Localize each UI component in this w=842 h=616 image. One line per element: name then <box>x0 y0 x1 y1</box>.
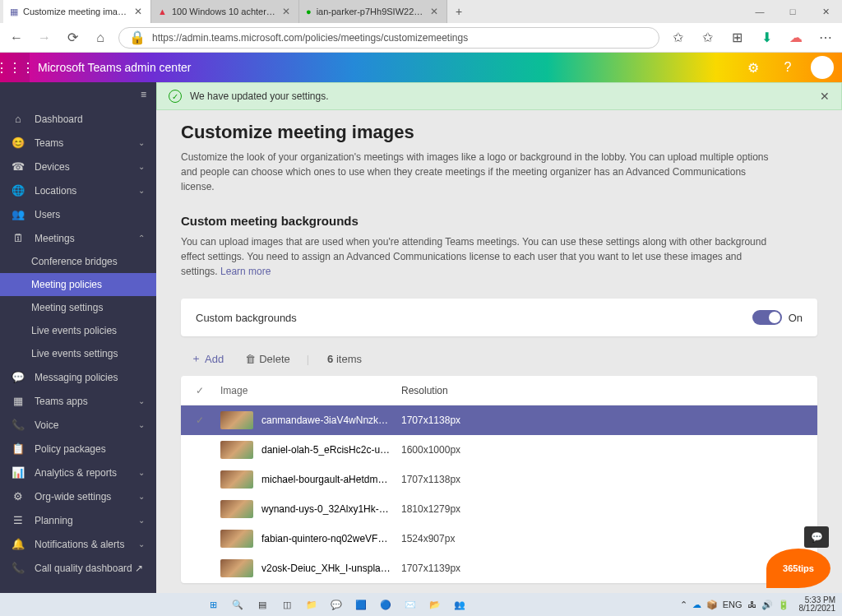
nav-teams-apps[interactable]: ▦Teams apps⌄ <box>0 389 156 413</box>
chevron-down-icon: ⌄ <box>138 420 145 429</box>
minimize-button[interactable]: — <box>743 0 776 23</box>
tab-0[interactable]: ▦Customize meeting images - Mi✕ <box>3 0 151 23</box>
tab-2[interactable]: ●ian-parker-p7Hh9SIW22M-unspl✕ <box>299 0 447 23</box>
browser-icon[interactable]: 🔵 <box>376 595 396 614</box>
plus-icon: ＋ <box>191 351 201 366</box>
learn-more-link[interactable]: Learn more <box>220 266 271 277</box>
table-row[interactable]: v2osk-Deiuc_XHk_I-unsplash-scal… 1707x11… <box>181 553 817 583</box>
close-button[interactable]: ✕ <box>809 0 842 23</box>
nav-dashboard[interactable]: ⌂Dashboard <box>0 107 156 131</box>
tray-clock[interactable]: 5:33 PM8/12/2021 <box>794 596 836 614</box>
downloads-button[interactable]: ⬇ <box>756 28 776 48</box>
thumbnail <box>220 441 253 459</box>
dismiss-banner[interactable]: ✕ <box>820 90 830 103</box>
tray-dropbox-icon[interactable]: 📦 <box>706 600 718 610</box>
settings-button[interactable]: ⚙ <box>742 56 765 79</box>
home-button[interactable]: ⌂ <box>90 28 110 48</box>
explorer-icon[interactable]: 📁 <box>302 595 322 614</box>
nav-voice[interactable]: 📞Voice⌄ <box>0 413 156 437</box>
favorite-icon[interactable]: ✩ <box>668 28 687 48</box>
tray-language[interactable]: ENG <box>723 600 743 609</box>
nav-planning[interactable]: ☰Planning⌄ <box>0 508 156 532</box>
thumbnail <box>220 470 253 489</box>
table-row[interactable]: ✓ canmandawe-3iaV4wNnzks-unsp… 1707x1138… <box>181 405 817 435</box>
chevron-down-icon: ⌄ <box>138 162 145 171</box>
nav-users[interactable]: 👥Users <box>0 202 156 226</box>
nav-live-events-policies[interactable]: Live events policies <box>0 319 156 342</box>
add-button[interactable]: ＋Add <box>186 348 229 369</box>
edge-icon[interactable]: 🟦 <box>351 595 371 614</box>
toggle-switch[interactable] <box>752 310 782 325</box>
thumbnail <box>220 530 253 548</box>
maximize-button[interactable]: □ <box>776 0 809 23</box>
tab-close[interactable]: ✕ <box>280 6 292 17</box>
nav-devices[interactable]: ☎Devices⌄ <box>0 155 156 178</box>
tab-close[interactable]: ✕ <box>132 6 144 17</box>
chevron-up-icon: ⌃ <box>138 234 145 243</box>
select-all[interactable]: ✓ <box>196 385 220 396</box>
sidebar: ≡ ⌂Dashboard 😊Teams⌄ ☎Devices⌄ 🌐Location… <box>0 82 156 593</box>
system-tray: ⌃ ☁ 📦 ENG 🖧 🔊 🔋 5:33 PM8/12/2021 <box>673 596 842 614</box>
start-button[interactable]: ⊞ <box>203 595 223 614</box>
new-tab-button[interactable]: + <box>447 0 470 23</box>
collections-button[interactable]: ⊞ <box>727 28 747 48</box>
sidebar-toggle[interactable]: ≡ <box>0 82 156 107</box>
feedback-button[interactable]: 💬 <box>804 526 829 548</box>
nav-meeting-policies[interactable]: Meeting policies <box>0 273 156 296</box>
url-input[interactable]: 🔒 https://admin.teams.microsoft.com/poli… <box>118 27 659 49</box>
teams-icon[interactable]: 👥 <box>450 595 470 614</box>
tray-chevron[interactable]: ⌃ <box>680 600 687 610</box>
menu-button[interactable]: ⋯ <box>816 28 835 48</box>
avatar[interactable] <box>811 56 834 79</box>
widgets-icon[interactable]: ◫ <box>277 595 297 614</box>
nav-live-events-settings[interactable]: Live events settings <box>0 342 156 365</box>
delete-button[interactable]: 🗑Delete <box>240 350 295 368</box>
refresh-button[interactable]: ⟳ <box>62 28 82 48</box>
nav-locations[interactable]: 🌐Locations⌄ <box>0 178 156 202</box>
table-row[interactable]: wynand-uys-0_32Alxy1Hk-unspla… 1810x1279… <box>181 494 817 524</box>
folder-icon[interactable]: 📂 <box>425 595 445 614</box>
tray-battery-icon[interactable]: 🔋 <box>778 600 789 610</box>
row-checkbox[interactable]: ✓ <box>196 415 220 426</box>
chat-icon[interactable]: 💬 <box>326 595 346 614</box>
tab-close[interactable]: ✕ <box>428 6 440 17</box>
resolution: 1707x1138px <box>401 415 803 426</box>
help-button[interactable]: ? <box>776 56 799 79</box>
tray-network-icon[interactable]: 🖧 <box>747 600 756 609</box>
file-name: v2osk-Deiuc_XHk_I-unsplash-scal… <box>261 563 393 574</box>
taskview-icon[interactable]: ▤ <box>252 595 272 614</box>
file-name: michael-bourgault-aHetdmuNo… <box>261 474 393 485</box>
tips-badge[interactable]: 365tips <box>766 549 830 588</box>
tray-onedrive-icon[interactable]: ☁ <box>692 600 701 610</box>
gear-icon: ⚙ <box>12 490 25 503</box>
nav-teams[interactable]: 😊Teams⌄ <box>0 131 156 155</box>
favorites-button[interactable]: ✩ <box>697 28 717 48</box>
toggle-label: Custom backgrounds <box>196 312 297 324</box>
col-image: Image <box>220 385 401 396</box>
taskbar: ⊞ 🔍 ▤ ◫ 📁 💬 🟦 🔵 ✉️ 📂 👥 ⌃ ☁ 📦 ENG 🖧 🔊 🔋 5… <box>0 593 842 616</box>
mail-icon[interactable]: ✉️ <box>400 595 420 614</box>
nav-messaging-policies[interactable]: 💬Messaging policies <box>0 365 156 389</box>
nav-policy-packages[interactable]: 📋Policy packages <box>0 437 156 461</box>
table-row[interactable]: fabian-quintero-nq02weVF_mk-u… 1524x907p… <box>181 524 817 553</box>
tab-1[interactable]: ▲100 Windows 10 achtergronden✕ <box>151 0 299 23</box>
table-row[interactable]: daniel-olah-5_eRcisHc2c-unsplas… 1600x10… <box>181 435 817 465</box>
cloud-icon[interactable]: ☁ <box>786 28 806 48</box>
nav-meetings[interactable]: 🗓Meetings⌃ <box>0 226 156 250</box>
nav-conference-bridges[interactable]: Conference bridges <box>0 250 156 273</box>
nav-meeting-settings[interactable]: Meeting settings <box>0 296 156 319</box>
nav-call-quality[interactable]: 📞Call quality dashboard ↗ <box>0 556 156 580</box>
notice-text: We have updated your settings. <box>190 90 329 102</box>
table-row[interactable]: michael-bourgault-aHetdmuNo… 1707x1138px <box>181 465 817 494</box>
file-name: fabian-quintero-nq02weVF_mk-u… <box>261 533 393 544</box>
apps-icon: ▦ <box>12 395 25 407</box>
nav-analytics[interactable]: 📊Analytics & reports⌄ <box>0 461 156 484</box>
forward-button[interactable]: → <box>35 28 54 48</box>
main-content: ✓ We have updated your settings. ✕ Custo… <box>156 82 842 593</box>
nav-notifications[interactable]: 🔔Notifications & alerts⌄ <box>0 532 156 556</box>
nav-org-wide[interactable]: ⚙Org-wide settings⌄ <box>0 484 156 508</box>
app-launcher[interactable]: ⋮⋮⋮ <box>0 53 30 82</box>
tray-volume-icon[interactable]: 🔊 <box>761 600 773 610</box>
back-button[interactable]: ← <box>7 28 26 48</box>
search-icon[interactable]: 🔍 <box>228 595 248 614</box>
